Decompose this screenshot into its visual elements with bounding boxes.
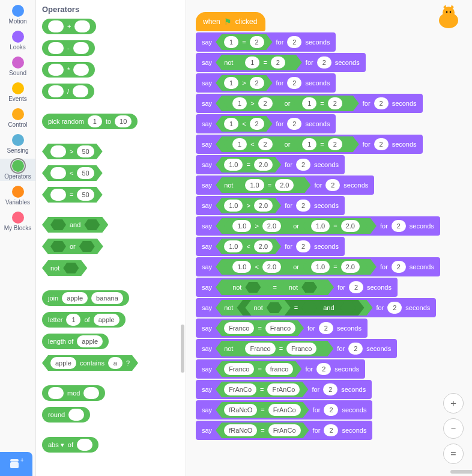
not-reporter[interactable]: not [224, 279, 269, 295]
mod-block[interactable]: mod [42, 385, 105, 401]
value-input[interactable]: 1.0 [232, 261, 251, 273]
say-for-block[interactable]: say not=not for 2 seconds [196, 278, 398, 297]
eq-reporter[interactable]: 1.0=2.0 [303, 259, 368, 275]
or-reporter[interactable]: 1>2or1=2 [216, 96, 359, 111]
say-for-block[interactable]: say 1.0=2.0 for 2 seconds [196, 155, 345, 174]
say-for-block[interactable]: say not1.0=2.0 for 2 seconds [196, 175, 374, 195]
and-reporter[interactable]: not=and [237, 300, 364, 316]
value-input[interactable]: FrAnCo [267, 383, 300, 395]
eq-reporter[interactable]: fRaNcO=FrAnCo [216, 402, 309, 418]
value-input[interactable]: fRaNcO [224, 404, 257, 416]
value-input[interactable]: 2.0 [254, 200, 273, 212]
say-for-block[interactable]: say 1>2 for 2 seconds [196, 73, 336, 93]
value-input[interactable]: 1.0 [232, 220, 251, 232]
gt-reporter[interactable]: 1.0>2.0 [224, 218, 289, 234]
value-input[interactable]: 1 [232, 97, 247, 109]
category-sound[interactable]: Sound [0, 55, 35, 78]
value-input[interactable]: FrAnCo [268, 424, 301, 436]
value-input[interactable]: 1 [224, 77, 238, 89]
value-input[interactable]: franco [265, 363, 294, 375]
letter-of-block[interactable]: letter1ofapple [42, 312, 126, 328]
eq-reporter[interactable]: 1=2 [294, 136, 350, 152]
not-block[interactable]: not [42, 260, 87, 276]
seconds-input[interactable]: 2 [349, 281, 363, 293]
value-input[interactable]: Franco [224, 322, 254, 334]
say-for-block[interactable]: say notnot=and for 2 seconds [196, 298, 436, 317]
gt-reporter[interactable]: 1>2 [224, 96, 280, 111]
seconds-input[interactable]: 2 [324, 404, 338, 416]
say-for-block[interactable]: say 1.0<2.0or1.0=2.0 for 2 seconds [196, 257, 440, 276]
not-reporter[interactable]: not [280, 279, 325, 295]
or-reporter[interactable]: 1.0>2.0or1.0=2.0 [216, 218, 377, 234]
category-events[interactable]: Events [0, 81, 35, 103]
eq-reporter[interactable]: 1.0=2.0 [303, 218, 368, 234]
value-input[interactable]: 2 [250, 77, 264, 89]
say-for-block[interactable]: say 1>2or1=2 for 2 seconds [196, 94, 423, 113]
lt-block[interactable]: <50 [42, 165, 103, 181]
value-input[interactable]: Franco [224, 363, 254, 375]
extension-button[interactable]: + [0, 452, 32, 476]
say-for-block[interactable]: say 1<2or1=2 for 2 seconds [196, 135, 423, 154]
value-input[interactable]: 1 [245, 56, 259, 69]
say-for-block[interactable]: say Franco=franco for 2 seconds [196, 359, 365, 379]
say-for-block[interactable]: say fRaNcO=FrAnCo for 2 seconds [196, 400, 372, 420]
seconds-input[interactable]: 2 [374, 138, 389, 150]
seconds-input[interactable]: 2 [348, 343, 363, 355]
value-input[interactable]: Franco [265, 322, 295, 334]
div-block[interactable]: / [42, 84, 94, 99]
seconds-input[interactable]: 2 [296, 200, 310, 212]
eq-reporter[interactable]: fRaNcO=FrAnCo [216, 423, 309, 438]
category-looks[interactable]: Looks [0, 29, 35, 52]
seconds-input[interactable]: 2 [317, 56, 331, 69]
contains-block[interactable]: applecontainsa? [42, 355, 138, 371]
eq-reporter[interactable]: Franco=Franco [216, 320, 304, 336]
seconds-input[interactable]: 2 [325, 179, 340, 191]
category-my-blocks[interactable]: My Blocks [0, 210, 35, 233]
empty-bool-slot[interactable] [245, 282, 261, 293]
seconds-input[interactable]: 2 [324, 424, 338, 436]
eq-reporter[interactable]: 1=2 [237, 55, 293, 70]
value-input[interactable]: 2 [328, 97, 342, 109]
not-reporter[interactable]: notFranco=Franco [216, 341, 333, 356]
seconds-input[interactable]: 2 [323, 383, 337, 395]
gt-reporter[interactable]: 1>2 [216, 75, 272, 91]
value-input[interactable]: 1 [224, 118, 238, 130]
sub-block[interactable]: - [42, 40, 95, 56]
lt-reporter[interactable]: 1.0<2.0 [216, 239, 281, 254]
value-input[interactable]: Franco [245, 343, 275, 355]
round-block[interactable]: round [42, 407, 90, 423]
lt-reporter[interactable]: 1<2 [216, 116, 272, 132]
say-for-block[interactable]: say 1<2 for 2 seconds [196, 114, 336, 133]
eq-reporter[interactable]: 1.0=2.0 [237, 177, 302, 193]
say-for-block[interactable]: say fRaNcO=FrAnCo for 2 seconds [196, 421, 372, 440]
empty-bool-slot[interactable] [301, 302, 317, 313]
lt-reporter[interactable]: 1<2 [224, 136, 280, 152]
not-reporter[interactable]: not [245, 300, 290, 316]
value-input[interactable]: 1 [224, 36, 238, 48]
seconds-input[interactable]: 2 [316, 363, 331, 375]
or-block[interactable]: or [42, 239, 103, 254]
eq-reporter[interactable]: 1=2 [294, 96, 350, 111]
say-for-block[interactable]: say FrAnCo=FrAnCo for 2 seconds [196, 380, 372, 399]
pick-random-block[interactable]: pick random1to10 [42, 114, 138, 129]
mathop-block[interactable]: abs ▾of [42, 437, 98, 453]
seconds-input[interactable]: 2 [296, 240, 310, 252]
value-input[interactable]: 1.0 [224, 240, 243, 252]
zoom-out-button[interactable]: － [443, 418, 464, 439]
value-input[interactable]: fRaNcO [224, 424, 257, 436]
category-operators[interactable]: Operators [0, 159, 35, 181]
join-block[interactable]: joinapplebanana [42, 290, 129, 306]
seconds-input[interactable]: 2 [287, 118, 301, 130]
seconds-input[interactable]: 2 [387, 302, 402, 314]
seconds-input[interactable]: 2 [296, 159, 310, 171]
eq-block[interactable]: =50 [42, 187, 103, 203]
seconds-input[interactable]: 2 [374, 97, 389, 109]
mul-block[interactable]: * [42, 62, 95, 78]
and-block[interactable]: and [42, 217, 108, 233]
value-input[interactable]: Franco [286, 343, 316, 355]
value-input[interactable]: 1.0 [311, 261, 330, 273]
say-for-block[interactable]: say 1.0<2.0 for 2 seconds [196, 237, 345, 256]
value-input[interactable]: 2 [250, 118, 264, 130]
say-for-block[interactable]: say notFranco=Franco for 2 seconds [196, 339, 397, 358]
empty-bool-slot[interactable] [340, 302, 356, 313]
